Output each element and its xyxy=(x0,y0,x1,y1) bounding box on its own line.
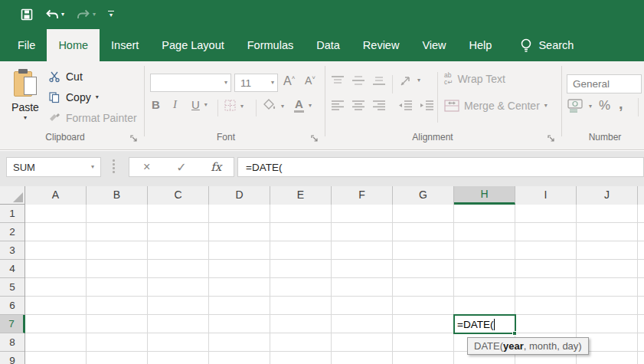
cell-grid[interactable]: =DATE( DATE(year, month, day) xyxy=(25,205,644,364)
column-header-d[interactable]: D xyxy=(209,186,270,205)
row-header-3[interactable]: 3 xyxy=(0,241,25,260)
redo-button[interactable]: ▾ xyxy=(74,6,98,23)
format-painter-brush-icon xyxy=(47,111,61,125)
wrap-text-label: Wrap Text xyxy=(457,73,505,85)
font-size-caret[interactable]: ▾ xyxy=(271,80,277,86)
copy-dropdown-caret[interactable]: ▾ xyxy=(96,94,99,100)
tab-page-layout[interactable]: Page Layout xyxy=(150,29,235,61)
save-button[interactable] xyxy=(18,6,35,23)
fill-color-dropdown-caret[interactable]: ▾ xyxy=(281,103,284,110)
cut-button[interactable]: Cut xyxy=(47,70,83,84)
orientation-dropdown-caret[interactable]: ▾ xyxy=(417,77,420,84)
font-size-combobox[interactable]: 11 ▾ xyxy=(234,74,278,92)
font-name-caret[interactable]: ▾ xyxy=(224,80,230,86)
tab-file[interactable]: File xyxy=(6,29,47,61)
middle-align-button[interactable] xyxy=(351,75,365,86)
paste-dropdown-caret[interactable]: ▾ xyxy=(24,115,27,121)
bottom-align-button[interactable] xyxy=(372,75,386,86)
tab-review[interactable]: Review xyxy=(351,29,411,61)
row-header-9[interactable]: 9 xyxy=(0,352,25,364)
select-all-button[interactable] xyxy=(0,186,25,205)
number-format-value: General xyxy=(567,78,641,90)
align-left-button[interactable] xyxy=(331,100,345,110)
tab-home[interactable]: Home xyxy=(47,29,100,61)
format-painter-button[interactable]: Format Painter xyxy=(47,111,137,125)
borders-button[interactable]: ▾ xyxy=(224,100,244,113)
bold-button[interactable]: B xyxy=(152,98,160,111)
row-header-8[interactable]: 8 xyxy=(0,333,25,352)
tab-view[interactable]: View xyxy=(410,29,457,61)
tab-help[interactable]: Help xyxy=(458,29,504,61)
row-header-7-selected[interactable]: 7 xyxy=(0,315,25,333)
copy-icon xyxy=(47,90,61,104)
merge-and-center-button[interactable]: Merge & Center ▾ xyxy=(444,100,548,112)
decrease-indent-button[interactable] xyxy=(397,100,413,110)
merge-and-center-icon xyxy=(444,100,459,112)
tab-insert[interactable]: Insert xyxy=(100,29,150,61)
align-right-icon xyxy=(372,100,386,110)
row-header-6[interactable]: 6 xyxy=(0,297,25,315)
cancel-button[interactable]: × xyxy=(134,160,160,174)
number-format-combobox[interactable]: General xyxy=(567,74,642,93)
copy-button[interactable]: Copy ▾ xyxy=(47,90,99,104)
column-header-i[interactable]: I xyxy=(515,186,577,205)
accounting-number-format-button[interactable]: ▾ xyxy=(567,99,592,113)
row-header-4[interactable]: 4 xyxy=(0,260,25,278)
search-box[interactable]: Search xyxy=(511,29,583,61)
underline-dropdown-caret[interactable]: ▾ xyxy=(204,102,208,108)
column-header-j[interactable]: J xyxy=(577,186,638,205)
column-header-b[interactable]: B xyxy=(87,186,148,205)
decrease-font-size-button[interactable]: A˅ xyxy=(305,74,315,87)
underline-button[interactable]: U ▾ xyxy=(191,98,208,111)
row-header-1[interactable]: 1 xyxy=(0,205,25,223)
percent-style-button[interactable]: % xyxy=(599,98,610,113)
group-separator xyxy=(561,66,562,136)
formula-input[interactable]: =DATE( xyxy=(237,157,644,177)
font-color-dropdown-caret[interactable]: ▾ xyxy=(309,103,312,109)
center-button[interactable] xyxy=(351,100,365,110)
fill-handle[interactable] xyxy=(512,331,517,336)
formula-bar-drag-handle[interactable] xyxy=(113,159,115,173)
font-color-button[interactable]: A ▾ xyxy=(294,98,312,113)
undo-dropdown-caret[interactable]: ▾ xyxy=(61,11,64,18)
paste-button[interactable]: Paste ▾ xyxy=(6,67,44,130)
clipboard-dialog-launcher[interactable] xyxy=(130,133,139,143)
column-header-g[interactable]: G xyxy=(393,186,454,205)
font-name-combobox[interactable]: ▾ xyxy=(150,74,231,92)
mini-separator xyxy=(392,75,393,93)
active-cell-text: =DATE( xyxy=(457,319,493,330)
column-header-f[interactable]: F xyxy=(332,186,393,205)
tooltip-suffix: , month, day) xyxy=(524,340,582,352)
tab-formulas[interactable]: Formulas xyxy=(236,29,305,61)
insert-function-button[interactable]: fx xyxy=(203,160,229,174)
group-separator xyxy=(325,66,325,136)
tab-data[interactable]: Data xyxy=(305,29,351,61)
top-align-button[interactable] xyxy=(331,75,345,86)
enter-button[interactable]: ✓ xyxy=(168,160,195,175)
font-dialog-launcher[interactable] xyxy=(311,133,320,143)
column-header-c[interactable]: C xyxy=(148,186,209,205)
active-cell-h7[interactable]: =DATE( xyxy=(453,314,516,334)
wrap-text-button[interactable]: ab c↵ Wrap Text xyxy=(444,72,505,86)
undo-button[interactable]: ▾ xyxy=(43,6,67,23)
row-header-2[interactable]: 2 xyxy=(0,223,25,241)
customize-quick-access-toolbar-button[interactable]: ▾ xyxy=(106,6,116,23)
accounting-dropdown-caret[interactable]: ▾ xyxy=(589,103,592,110)
comma-style-button[interactable]: , xyxy=(619,95,623,113)
orientation-button[interactable]: ▾ xyxy=(399,74,420,87)
merge-dropdown-caret[interactable]: ▾ xyxy=(544,103,548,109)
name-box[interactable]: SUM ▾ xyxy=(6,157,101,177)
column-header-a[interactable]: A xyxy=(25,186,87,205)
borders-dropdown-caret[interactable]: ▾ xyxy=(240,103,244,110)
increase-indent-button[interactable] xyxy=(419,100,434,110)
column-header-h-selected[interactable]: H xyxy=(454,186,515,205)
name-box-dropdown-caret[interactable]: ▾ xyxy=(91,164,100,170)
increase-font-size-button[interactable]: A˄ xyxy=(283,74,295,88)
column-header-e[interactable]: E xyxy=(270,186,332,205)
redo-dropdown-caret[interactable]: ▾ xyxy=(93,11,96,18)
italic-button[interactable]: I xyxy=(173,98,177,111)
align-right-button[interactable] xyxy=(372,100,386,110)
column-header-partial[interactable] xyxy=(638,186,644,205)
fill-color-button[interactable]: ▾ xyxy=(263,99,284,113)
row-header-5[interactable]: 5 xyxy=(0,278,25,297)
